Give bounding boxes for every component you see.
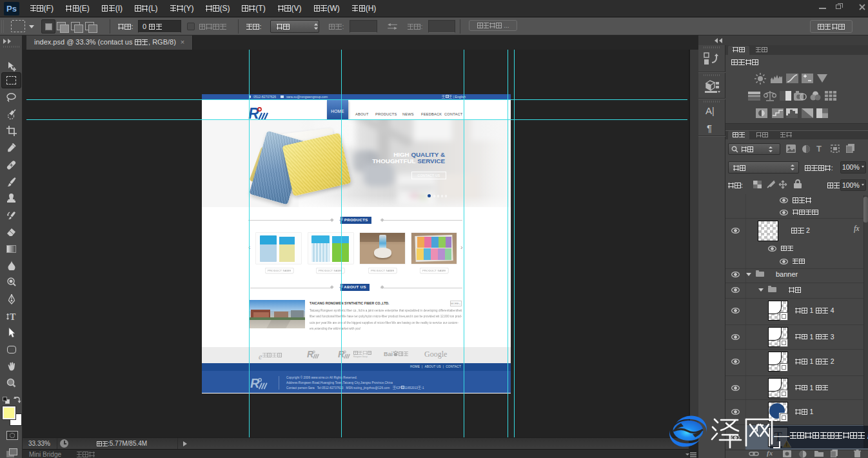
svg-text:T: T [10, 312, 16, 321]
